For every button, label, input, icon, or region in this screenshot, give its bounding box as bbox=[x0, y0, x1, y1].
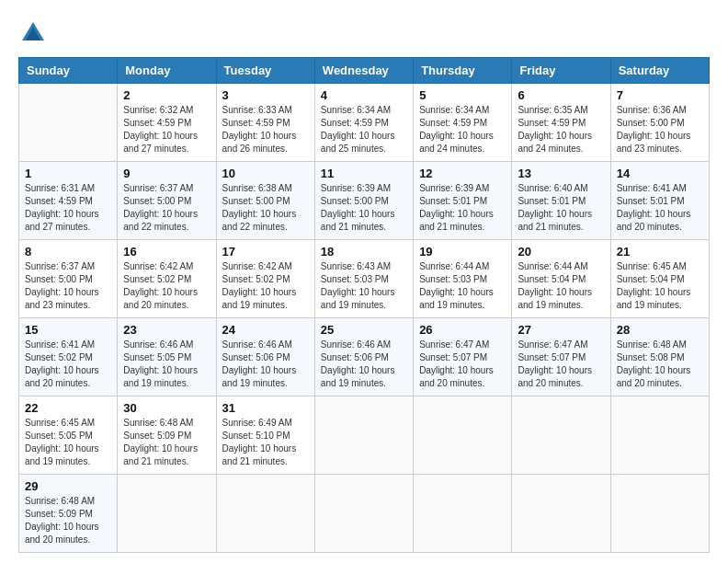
day-number: 15 bbox=[25, 323, 111, 337]
calendar-cell: 28Sunrise: 6:48 AM Sunset: 5:08 PM Dayli… bbox=[610, 318, 709, 396]
day-number: 17 bbox=[222, 245, 309, 259]
calendar-cell: 23Sunrise: 6:46 AM Sunset: 5:05 PM Dayli… bbox=[118, 318, 216, 396]
day-info: Sunrise: 6:39 AM Sunset: 5:00 PM Dayligh… bbox=[321, 182, 407, 234]
calendar-cell: 2Sunrise: 6:32 AM Sunset: 4:59 PM Daylig… bbox=[118, 84, 216, 162]
week-row-4: 22Sunrise: 6:45 AM Sunset: 5:05 PM Dayli… bbox=[19, 396, 710, 475]
day-info: Sunrise: 6:48 AM Sunset: 5:08 PM Dayligh… bbox=[617, 339, 703, 390]
calendar-cell: 12Sunrise: 6:39 AM Sunset: 5:01 PM Dayli… bbox=[414, 162, 512, 240]
day-number: 22 bbox=[25, 401, 111, 415]
calendar-cell bbox=[414, 475, 512, 553]
day-number: 4 bbox=[321, 88, 407, 102]
day-info: Sunrise: 6:44 AM Sunset: 5:03 PM Dayligh… bbox=[419, 260, 506, 312]
calendar-cell: 1Sunrise: 6:31 AM Sunset: 4:59 PM Daylig… bbox=[19, 162, 118, 240]
day-info: Sunrise: 6:44 AM Sunset: 5:04 PM Dayligh… bbox=[518, 260, 604, 312]
day-number: 7 bbox=[617, 88, 703, 102]
calendar-cell: 4Sunrise: 6:34 AM Sunset: 4:59 PM Daylig… bbox=[314, 84, 413, 162]
calendar-cell: 31Sunrise: 6:49 AM Sunset: 5:10 PM Dayli… bbox=[216, 396, 314, 475]
day-number: 2 bbox=[123, 88, 210, 102]
day-info: Sunrise: 6:42 AM Sunset: 5:02 PM Dayligh… bbox=[123, 260, 210, 312]
day-number: 9 bbox=[123, 167, 210, 180]
calendar-cell bbox=[512, 475, 610, 553]
day-number: 23 bbox=[123, 323, 210, 337]
day-number: 8 bbox=[25, 245, 111, 259]
day-number: 29 bbox=[25, 479, 111, 493]
day-info: Sunrise: 6:37 AM Sunset: 5:00 PM Dayligh… bbox=[123, 182, 210, 234]
calendar-cell: 16Sunrise: 6:42 AM Sunset: 5:02 PM Dayli… bbox=[118, 240, 216, 318]
calendar-cell: 19Sunrise: 6:44 AM Sunset: 5:03 PM Dayli… bbox=[414, 240, 512, 318]
calendar-cell: 8Sunrise: 6:37 AM Sunset: 5:00 PM Daylig… bbox=[19, 240, 118, 318]
day-number: 11 bbox=[321, 167, 407, 180]
week-row-2: 8Sunrise: 6:37 AM Sunset: 5:00 PM Daylig… bbox=[19, 240, 710, 318]
calendar-cell: 17Sunrise: 6:42 AM Sunset: 5:02 PM Dayli… bbox=[216, 240, 314, 318]
calendar-cell: 18Sunrise: 6:43 AM Sunset: 5:03 PM Dayli… bbox=[314, 240, 413, 318]
calendar-cell: 9Sunrise: 6:37 AM Sunset: 5:00 PM Daylig… bbox=[118, 162, 216, 240]
day-number: 5 bbox=[419, 88, 506, 102]
weekday-header-monday: Monday bbox=[118, 58, 216, 84]
weekday-header-friday: Friday bbox=[512, 58, 610, 84]
logo-icon bbox=[18, 18, 48, 48]
day-number: 25 bbox=[321, 323, 407, 337]
calendar-cell: 30Sunrise: 6:48 AM Sunset: 5:09 PM Dayli… bbox=[118, 396, 216, 475]
calendar-cell: 3Sunrise: 6:33 AM Sunset: 4:59 PM Daylig… bbox=[216, 84, 314, 162]
weekday-header-row: SundayMondayTuesdayWednesdayThursdayFrid… bbox=[19, 58, 710, 84]
day-info: Sunrise: 6:48 AM Sunset: 5:09 PM Dayligh… bbox=[25, 495, 111, 546]
calendar-cell: 20Sunrise: 6:44 AM Sunset: 5:04 PM Dayli… bbox=[512, 240, 610, 318]
day-info: Sunrise: 6:34 AM Sunset: 4:59 PM Dayligh… bbox=[419, 104, 506, 155]
calendar-cell: 10Sunrise: 6:38 AM Sunset: 5:00 PM Dayli… bbox=[216, 162, 314, 240]
week-row-5: 29Sunrise: 6:48 AM Sunset: 5:09 PM Dayli… bbox=[19, 475, 710, 553]
calendar-cell: 22Sunrise: 6:45 AM Sunset: 5:05 PM Dayli… bbox=[19, 396, 118, 475]
day-info: Sunrise: 6:31 AM Sunset: 4:59 PM Dayligh… bbox=[25, 182, 111, 234]
calendar-cell bbox=[118, 475, 216, 553]
calendar-cell: 27Sunrise: 6:47 AM Sunset: 5:07 PM Dayli… bbox=[512, 318, 610, 396]
day-number: 30 bbox=[123, 401, 210, 415]
calendar-cell bbox=[314, 396, 413, 475]
day-number: 27 bbox=[518, 323, 604, 337]
day-info: Sunrise: 6:48 AM Sunset: 5:09 PM Dayligh… bbox=[123, 417, 210, 468]
day-number: 3 bbox=[222, 88, 309, 102]
calendar-cell: 7Sunrise: 6:36 AM Sunset: 5:00 PM Daylig… bbox=[610, 84, 709, 162]
day-number: 21 bbox=[617, 245, 703, 259]
day-number: 6 bbox=[518, 88, 604, 102]
calendar-cell bbox=[610, 396, 709, 475]
day-number: 10 bbox=[222, 167, 309, 180]
calendar-cell: 6Sunrise: 6:35 AM Sunset: 4:59 PM Daylig… bbox=[512, 84, 610, 162]
day-info: Sunrise: 6:47 AM Sunset: 5:07 PM Dayligh… bbox=[419, 339, 506, 390]
day-number: 26 bbox=[419, 323, 506, 337]
calendar-cell: 21Sunrise: 6:45 AM Sunset: 5:04 PM Dayli… bbox=[610, 240, 709, 318]
calendar-cell bbox=[19, 84, 118, 162]
weekday-header-tuesday: Tuesday bbox=[216, 58, 314, 84]
calendar-cell: 15Sunrise: 6:41 AM Sunset: 5:02 PM Dayli… bbox=[19, 318, 118, 396]
day-info: Sunrise: 6:41 AM Sunset: 5:01 PM Dayligh… bbox=[617, 182, 703, 234]
day-info: Sunrise: 6:45 AM Sunset: 5:04 PM Dayligh… bbox=[617, 260, 703, 312]
calendar-cell: 11Sunrise: 6:39 AM Sunset: 5:00 PM Dayli… bbox=[314, 162, 413, 240]
day-info: Sunrise: 6:39 AM Sunset: 5:01 PM Dayligh… bbox=[419, 182, 506, 234]
week-row-3: 15Sunrise: 6:41 AM Sunset: 5:02 PM Dayli… bbox=[19, 318, 710, 396]
day-info: Sunrise: 6:32 AM Sunset: 4:59 PM Dayligh… bbox=[123, 104, 210, 155]
day-info: Sunrise: 6:43 AM Sunset: 5:03 PM Dayligh… bbox=[321, 260, 407, 312]
calendar-cell: 24Sunrise: 6:46 AM Sunset: 5:06 PM Dayli… bbox=[216, 318, 314, 396]
day-info: Sunrise: 6:46 AM Sunset: 5:06 PM Dayligh… bbox=[321, 339, 407, 390]
week-row-1: 1Sunrise: 6:31 AM Sunset: 4:59 PM Daylig… bbox=[19, 162, 710, 240]
calendar-cell: 13Sunrise: 6:40 AM Sunset: 5:01 PM Dayli… bbox=[512, 162, 610, 240]
day-number: 19 bbox=[419, 245, 506, 259]
day-number: 1 bbox=[25, 167, 111, 180]
day-info: Sunrise: 6:42 AM Sunset: 5:02 PM Dayligh… bbox=[222, 260, 309, 312]
day-info: Sunrise: 6:41 AM Sunset: 5:02 PM Dayligh… bbox=[25, 339, 111, 390]
calendar-cell bbox=[512, 396, 610, 475]
calendar-table: SundayMondayTuesdayWednesdayThursdayFrid… bbox=[18, 57, 710, 553]
day-info: Sunrise: 6:36 AM Sunset: 5:00 PM Dayligh… bbox=[617, 104, 703, 155]
day-info: Sunrise: 6:40 AM Sunset: 5:01 PM Dayligh… bbox=[518, 182, 604, 234]
day-number: 20 bbox=[518, 245, 604, 259]
weekday-header-wednesday: Wednesday bbox=[314, 58, 413, 84]
calendar-cell bbox=[314, 475, 413, 553]
day-number: 31 bbox=[222, 401, 309, 415]
day-number: 13 bbox=[518, 167, 604, 180]
day-info: Sunrise: 6:46 AM Sunset: 5:05 PM Dayligh… bbox=[123, 339, 210, 390]
calendar-cell: 14Sunrise: 6:41 AM Sunset: 5:01 PM Dayli… bbox=[610, 162, 709, 240]
calendar-cell bbox=[414, 396, 512, 475]
weekday-header-sunday: Sunday bbox=[19, 58, 118, 84]
weekday-header-saturday: Saturday bbox=[610, 58, 709, 84]
calendar-cell: 26Sunrise: 6:47 AM Sunset: 5:07 PM Dayli… bbox=[414, 318, 512, 396]
calendar-cell: 29Sunrise: 6:48 AM Sunset: 5:09 PM Dayli… bbox=[19, 475, 118, 553]
day-info: Sunrise: 6:38 AM Sunset: 5:00 PM Dayligh… bbox=[222, 182, 309, 234]
